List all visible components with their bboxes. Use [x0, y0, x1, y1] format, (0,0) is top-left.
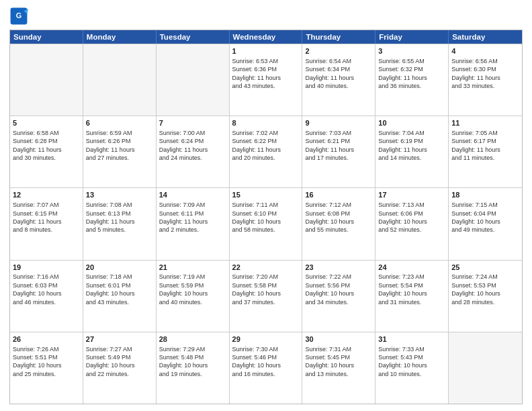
day-number: 12: [13, 190, 80, 200]
day-number: 20: [86, 263, 153, 273]
day-cell-1: 1Sunrise: 6:53 AM Sunset: 6:36 PM Daylig…: [230, 44, 303, 116]
day-number: 11: [451, 118, 519, 128]
day-info: Sunrise: 7:33 AM Sunset: 5:43 PM Dayligh…: [378, 345, 445, 379]
page: G SundayMondayTuesdayWednesdayThursdayFr…: [0, 0, 532, 411]
svg-text:G: G: [16, 11, 21, 19]
week-row-2: 12Sunrise: 7:07 AM Sunset: 6:15 PM Dayli…: [10, 187, 522, 259]
day-info: Sunrise: 6:56 AM Sunset: 6:30 PM Dayligh…: [451, 57, 519, 91]
day-info: Sunrise: 7:15 AM Sunset: 6:04 PM Dayligh…: [451, 201, 519, 234]
day-number: 1: [232, 46, 300, 56]
day-info: Sunrise: 6:54 AM Sunset: 6:34 PM Dayligh…: [305, 57, 372, 91]
day-cell-15: 15Sunrise: 7:11 AM Sunset: 6:10 PM Dayli…: [230, 188, 303, 259]
day-number: 24: [378, 263, 445, 273]
day-info: Sunrise: 6:55 AM Sunset: 6:32 PM Dayligh…: [378, 57, 445, 91]
day-cell-27: 27Sunrise: 7:27 AM Sunset: 5:49 PM Dayli…: [83, 332, 157, 404]
day-info: Sunrise: 7:11 AM Sunset: 6:10 PM Dayligh…: [232, 201, 300, 234]
empty-cell: [157, 44, 230, 116]
day-cell-9: 9Sunrise: 7:03 AM Sunset: 6:21 PM Daylig…: [302, 116, 375, 187]
day-info: Sunrise: 7:22 AM Sunset: 5:56 PM Dayligh…: [305, 273, 372, 306]
calendar-body: 1Sunrise: 6:53 AM Sunset: 6:36 PM Daylig…: [10, 44, 522, 404]
week-row-3: 19Sunrise: 7:16 AM Sunset: 6:03 PM Dayli…: [10, 260, 522, 332]
day-number: 27: [86, 334, 153, 345]
day-info: Sunrise: 7:19 AM Sunset: 5:59 PM Dayligh…: [159, 273, 226, 306]
day-info: Sunrise: 7:18 AM Sunset: 6:01 PM Dayligh…: [86, 273, 153, 306]
day-cell-26: 26Sunrise: 7:26 AM Sunset: 5:51 PM Dayli…: [10, 332, 83, 404]
day-number: 26: [13, 334, 80, 345]
day-number: 31: [378, 334, 445, 345]
header-day-monday: Monday: [83, 30, 157, 44]
day-number: 21: [159, 263, 226, 273]
day-number: 8: [232, 118, 300, 128]
day-number: 14: [159, 190, 226, 200]
day-number: 7: [159, 118, 226, 128]
calendar-header: SundayMondayTuesdayWednesdayThursdayFrid…: [10, 30, 522, 44]
day-cell-19: 19Sunrise: 7:16 AM Sunset: 6:03 PM Dayli…: [10, 261, 83, 332]
day-info: Sunrise: 7:12 AM Sunset: 6:08 PM Dayligh…: [305, 201, 372, 234]
header-day-friday: Friday: [375, 30, 449, 44]
day-number: 29: [232, 334, 300, 345]
day-number: 19: [13, 263, 80, 273]
week-row-0: 1Sunrise: 6:53 AM Sunset: 6:36 PM Daylig…: [10, 44, 522, 116]
day-cell-16: 16Sunrise: 7:12 AM Sunset: 6:08 PM Dayli…: [302, 188, 375, 259]
day-info: Sunrise: 7:27 AM Sunset: 5:49 PM Dayligh…: [86, 345, 153, 379]
header: G: [9, 7, 523, 26]
day-cell-2: 2Sunrise: 6:54 AM Sunset: 6:34 PM Daylig…: [302, 44, 375, 116]
day-cell-21: 21Sunrise: 7:19 AM Sunset: 5:59 PM Dayli…: [157, 261, 230, 332]
day-info: Sunrise: 6:53 AM Sunset: 6:36 PM Dayligh…: [232, 57, 300, 91]
day-info: Sunrise: 7:13 AM Sunset: 6:06 PM Dayligh…: [378, 201, 445, 234]
day-cell-20: 20Sunrise: 7:18 AM Sunset: 6:01 PM Dayli…: [83, 261, 157, 332]
logo: G: [9, 7, 31, 26]
day-cell-17: 17Sunrise: 7:13 AM Sunset: 6:06 PM Dayli…: [375, 188, 449, 259]
day-number: 17: [378, 190, 445, 200]
day-number: 2: [305, 46, 372, 56]
day-info: Sunrise: 6:59 AM Sunset: 6:26 PM Dayligh…: [86, 129, 153, 163]
day-cell-13: 13Sunrise: 7:08 AM Sunset: 6:13 PM Dayli…: [83, 188, 157, 259]
day-number: 23: [305, 263, 372, 273]
day-info: Sunrise: 7:08 AM Sunset: 6:13 PM Dayligh…: [86, 201, 153, 234]
day-cell-7: 7Sunrise: 7:00 AM Sunset: 6:24 PM Daylig…: [157, 116, 230, 187]
day-cell-28: 28Sunrise: 7:29 AM Sunset: 5:48 PM Dayli…: [157, 332, 230, 404]
header-day-thursday: Thursday: [302, 30, 375, 44]
day-cell-30: 30Sunrise: 7:31 AM Sunset: 5:45 PM Dayli…: [302, 332, 375, 404]
day-number: 18: [451, 190, 519, 200]
day-number: 28: [159, 334, 226, 345]
day-cell-5: 5Sunrise: 6:58 AM Sunset: 6:28 PM Daylig…: [10, 116, 83, 187]
day-number: 15: [232, 190, 300, 200]
day-cell-24: 24Sunrise: 7:23 AM Sunset: 5:54 PM Dayli…: [375, 261, 449, 332]
day-number: 9: [305, 118, 372, 128]
day-info: Sunrise: 7:31 AM Sunset: 5:45 PM Dayligh…: [305, 345, 372, 379]
day-info: Sunrise: 7:00 AM Sunset: 6:24 PM Dayligh…: [159, 129, 226, 163]
calendar: SundayMondayTuesdayWednesdayThursdayFrid…: [9, 30, 523, 404]
day-info: Sunrise: 7:26 AM Sunset: 5:51 PM Dayligh…: [13, 345, 80, 379]
logo-icon: G: [9, 7, 28, 26]
day-info: Sunrise: 7:30 AM Sunset: 5:46 PM Dayligh…: [232, 345, 300, 379]
day-cell-23: 23Sunrise: 7:22 AM Sunset: 5:56 PM Dayli…: [302, 261, 375, 332]
day-cell-31: 31Sunrise: 7:33 AM Sunset: 5:43 PM Dayli…: [375, 332, 449, 404]
header-day-sunday: Sunday: [10, 30, 83, 44]
day-info: Sunrise: 7:29 AM Sunset: 5:48 PM Dayligh…: [159, 345, 226, 379]
day-cell-6: 6Sunrise: 6:59 AM Sunset: 6:26 PM Daylig…: [83, 116, 157, 187]
day-info: Sunrise: 7:09 AM Sunset: 6:11 PM Dayligh…: [159, 201, 226, 234]
day-number: 3: [378, 46, 445, 56]
day-number: 4: [451, 46, 519, 56]
day-cell-8: 8Sunrise: 7:02 AM Sunset: 6:22 PM Daylig…: [230, 116, 303, 187]
day-cell-3: 3Sunrise: 6:55 AM Sunset: 6:32 PM Daylig…: [375, 44, 449, 116]
empty-cell: [10, 44, 83, 116]
day-info: Sunrise: 7:02 AM Sunset: 6:22 PM Dayligh…: [232, 129, 300, 163]
header-day-tuesday: Tuesday: [157, 30, 230, 44]
day-info: Sunrise: 7:20 AM Sunset: 5:58 PM Dayligh…: [232, 273, 300, 306]
empty-cell: [449, 332, 522, 404]
day-info: Sunrise: 7:23 AM Sunset: 5:54 PM Dayligh…: [378, 273, 445, 306]
day-cell-18: 18Sunrise: 7:15 AM Sunset: 6:04 PM Dayli…: [449, 188, 522, 259]
day-number: 16: [305, 190, 372, 200]
day-cell-10: 10Sunrise: 7:04 AM Sunset: 6:19 PM Dayli…: [375, 116, 449, 187]
day-info: Sunrise: 7:07 AM Sunset: 6:15 PM Dayligh…: [13, 201, 80, 234]
day-cell-25: 25Sunrise: 7:24 AM Sunset: 5:53 PM Dayli…: [449, 261, 522, 332]
header-day-saturday: Saturday: [449, 30, 522, 44]
header-day-wednesday: Wednesday: [230, 30, 303, 44]
week-row-4: 26Sunrise: 7:26 AM Sunset: 5:51 PM Dayli…: [10, 332, 522, 404]
day-info: Sunrise: 7:24 AM Sunset: 5:53 PM Dayligh…: [451, 273, 519, 306]
day-number: 22: [232, 263, 300, 273]
day-cell-4: 4Sunrise: 6:56 AM Sunset: 6:30 PM Daylig…: [449, 44, 522, 116]
day-number: 30: [305, 334, 372, 345]
